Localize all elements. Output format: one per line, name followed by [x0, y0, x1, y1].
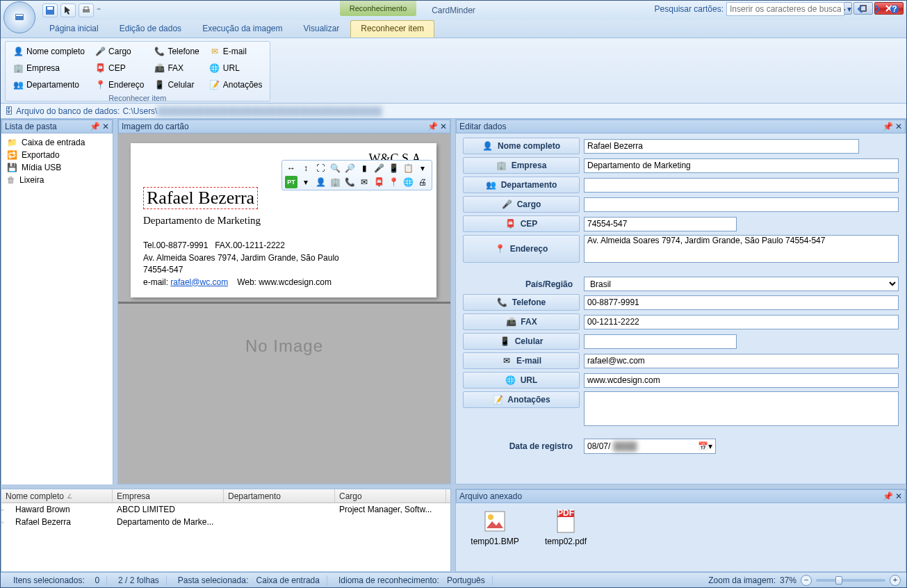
qat-save-icon[interactable]: [42, 3, 58, 17]
pin-icon[interactable]: 📌: [883, 491, 892, 501]
close-pane-icon[interactable]: ✕: [101, 122, 111, 131]
input-anotacoes[interactable]: [584, 391, 899, 426]
ribbon-item-nome-completo[interactable]: 👤Nome completo: [10, 44, 88, 59]
input-url[interactable]: [584, 373, 899, 388]
table-hscroll[interactable]: [1, 559, 450, 571]
mobile-icon[interactable]: 📱: [387, 162, 400, 174]
ribbon-item-anota-es[interactable]: 📝Anotações: [206, 77, 265, 92]
input-cargo[interactable]: [584, 197, 899, 212]
zoom-in-button[interactable]: +: [890, 575, 901, 586]
label-url[interactable]: 🌐URL: [463, 372, 580, 389]
search-next-icon[interactable]: [871, 2, 885, 16]
ribbon-item-e-mail[interactable]: ✉E-mail: [206, 44, 265, 59]
tab-execucao-da-imagem[interactable]: Execução da imagem: [193, 21, 292, 38]
input-nome-completo[interactable]: [584, 139, 859, 154]
pin-icon[interactable]: 📌: [90, 122, 99, 131]
note-icon[interactable]: 📋: [402, 162, 414, 174]
input-telefone[interactable]: [584, 295, 899, 310]
qat-pointer-icon[interactable]: [60, 3, 76, 17]
card-name-selected[interactable]: Rafael Bezerra: [143, 187, 258, 209]
settings-icon[interactable]: ▾: [416, 162, 429, 174]
mail-icon[interactable]: ✉: [358, 176, 370, 188]
tab-pagina-inicial[interactable]: Página inicial: [40, 21, 108, 38]
pin-icon[interactable]: 📌: [427, 122, 437, 131]
qat-print-icon[interactable]: [79, 3, 94, 17]
label-empresa[interactable]: 🏢Empresa: [463, 157, 580, 174]
input-email[interactable]: [584, 354, 899, 368]
printer-icon[interactable]: 🖨: [416, 176, 429, 188]
input-celular[interactable]: [584, 334, 737, 349]
ribbon-item-cep[interactable]: 📮CEP: [92, 60, 147, 76]
input-endereco[interactable]: Av. Almeida Soares 7974, Jardim Grande, …: [584, 235, 899, 263]
table-row[interactable]: ▫Rafael BezerraDepartamento de Marke...: [1, 516, 450, 528]
search-dropdown-icon[interactable]: ▾: [847, 4, 851, 14]
ribbon-item-cargo[interactable]: 🎤Cargo: [92, 44, 147, 59]
attachment-pdf[interactable]: PDFtemp02.pdf: [541, 509, 591, 566]
label-cargo[interactable]: 🎤Cargo: [463, 196, 580, 213]
input-cep[interactable]: [584, 217, 737, 231]
input-empresa[interactable]: [584, 158, 899, 173]
label-departamento[interactable]: 👥Departamento: [463, 177, 580, 193]
card-front-icon[interactable]: ▮: [358, 162, 370, 174]
search-input[interactable]: [726, 2, 844, 16]
globe-icon[interactable]: 🌐: [402, 176, 414, 188]
building-icon[interactable]: 🏢: [329, 176, 341, 188]
help-icon[interactable]: ?: [888, 2, 901, 16]
image-body[interactable]: W&C S.A. Rafael Bezerra Departamento de …: [118, 133, 450, 484]
zoom-thumb[interactable]: [835, 576, 842, 585]
select-pais[interactable]: Brasil: [584, 277, 899, 291]
lang-pt-icon[interactable]: PT: [285, 176, 297, 188]
label-fax[interactable]: 📠FAX: [463, 313, 580, 330]
card-email-link[interactable]: rafael@wc.com: [170, 277, 228, 287]
phone-icon[interactable]: 📞: [343, 176, 356, 188]
zoom-out-icon[interactable]: 🔍: [329, 162, 341, 174]
fit-page-icon[interactable]: ⛶: [314, 162, 327, 174]
label-anotacoes[interactable]: 📝Anotações: [463, 391, 580, 408]
mic-icon[interactable]: 🎤: [373, 162, 385, 174]
pin-location-icon[interactable]: 📍: [387, 176, 400, 188]
pin-icon[interactable]: 📌: [883, 122, 892, 131]
post-icon[interactable]: 📮: [373, 176, 385, 188]
ribbon-item-departamento[interactable]: 👥Departamento: [10, 77, 88, 92]
ribbon-item-url[interactable]: 🌐URL: [206, 60, 265, 76]
zoom-out-button[interactable]: −: [801, 575, 812, 586]
ribbon-item-endere-o[interactable]: 📍Endereço: [92, 77, 147, 92]
folder-item-m-dia-usb[interactable]: 💾Mídia USB: [4, 161, 110, 174]
input-departamento[interactable]: [584, 178, 899, 193]
ribbon-item-telefone[interactable]: 📞Telefone: [151, 44, 202, 59]
label-nome-completo[interactable]: 👤Nome completo: [463, 138, 580, 154]
label-endereco[interactable]: 📍Endereço: [463, 235, 580, 263]
calendar-dropdown-icon[interactable]: 📅▾: [698, 441, 712, 451]
table-col-header[interactable]: Empresa: [113, 489, 224, 503]
close-pane-icon[interactable]: ✕: [894, 491, 904, 501]
table-col-header[interactable]: Cargo: [335, 489, 446, 503]
folder-item-caixa-de-entrada[interactable]: 📁Caixa de entrada: [4, 136, 110, 149]
fit-width-icon[interactable]: ↔: [285, 162, 297, 174]
qat-dropdown-icon[interactable]: ⁼: [97, 6, 101, 15]
label-cep[interactable]: 📮CEP: [463, 215, 580, 232]
person-icon[interactable]: 👤: [314, 176, 327, 188]
label-telefone[interactable]: 📞Telefone: [463, 294, 580, 311]
table-col-header[interactable]: Nome completo∠: [1, 489, 113, 503]
close-pane-icon[interactable]: ✕: [439, 122, 448, 131]
fit-height-icon[interactable]: ↕: [300, 162, 312, 174]
zoom-in-icon[interactable]: 🔎: [343, 162, 356, 174]
tab-visualizar[interactable]: Visualizar: [294, 21, 350, 38]
input-fax[interactable]: [584, 315, 899, 329]
tab-edicao-de-dados[interactable]: Edição de dados: [110, 21, 191, 38]
table-row[interactable]: ▫Haward BrownABCD LIMITEDProject Manager…: [1, 503, 450, 516]
close-pane-icon[interactable]: ✕: [894, 122, 904, 131]
zoom-slider[interactable]: [816, 579, 885, 582]
search-prev-icon[interactable]: [854, 2, 868, 16]
attachment-bmp[interactable]: temp01.BMP: [470, 509, 520, 566]
label-email[interactable]: ✉E-mail: [463, 352, 580, 369]
label-celular[interactable]: 📱Celular: [463, 333, 580, 350]
tab-reconhecer-item[interactable]: Reconhecer item: [350, 20, 434, 38]
folder-item-lixeira[interactable]: 🗑Lixeira: [4, 174, 110, 186]
input-data-registro[interactable]: 08/07/████ 📅▾: [584, 439, 716, 454]
folder-item-exportado[interactable]: 🔁Exportado: [4, 149, 110, 161]
ribbon-item-empresa[interactable]: 🏢Empresa: [10, 60, 88, 76]
app-menu-button[interactable]: [3, 1, 35, 33]
dropdown-icon[interactable]: ▾: [300, 176, 312, 188]
ribbon-item-fax[interactable]: 📠FAX: [151, 60, 202, 76]
